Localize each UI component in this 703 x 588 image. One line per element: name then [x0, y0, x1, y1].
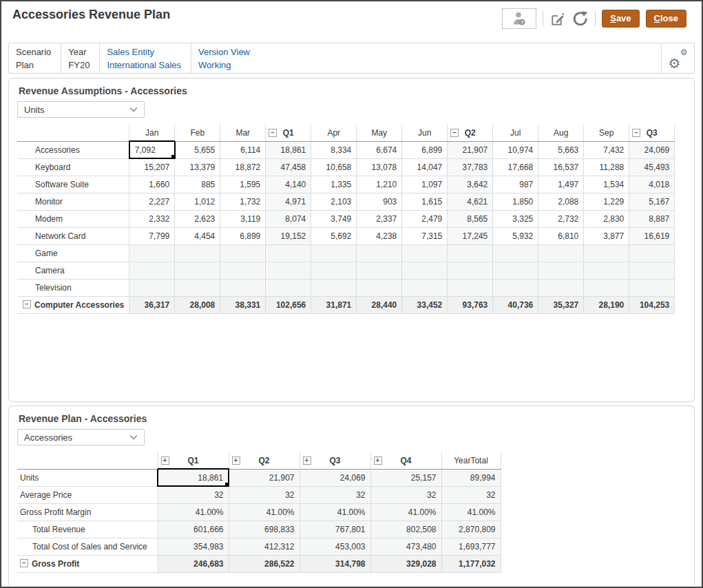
row-header-network-card[interactable]: Network Card [17, 227, 129, 244]
grid-cell[interactable] [311, 279, 357, 296]
grid-cell[interactable]: 903 [357, 193, 402, 210]
grid-cell[interactable]: 28,440 [357, 296, 402, 313]
grid-cell[interactable]: 2,227 [129, 193, 175, 210]
grid-cell[interactable] [175, 262, 220, 279]
grid-cell[interactable]: 32 [370, 486, 441, 503]
grid-cell[interactable] [493, 244, 538, 262]
row-header-total-cost-of-sales-and-service[interactable]: Total Cost of Sales and Service [17, 538, 158, 555]
grid-cell[interactable]: 32 [300, 486, 370, 503]
grid-cell[interactable]: 6,674 [357, 141, 402, 158]
grid-cell[interactable]: 1,012 [175, 193, 220, 210]
row-header-modem[interactable]: Modem [17, 210, 129, 227]
grid-cell[interactable]: 3,877 [584, 227, 629, 244]
grid-cell[interactable] [538, 244, 584, 262]
grid-cell[interactable]: 24,069 [629, 141, 675, 158]
grid-cell[interactable] [448, 244, 493, 262]
grid-cell[interactable] [629, 279, 675, 296]
grid-cell[interactable]: 36,317 [129, 296, 175, 313]
grid-cell[interactable] [448, 279, 493, 296]
grid-cell[interactable]: 6,899 [402, 141, 448, 158]
grid-cell[interactable]: 7,315 [402, 227, 448, 244]
measure-dropdown[interactable]: Units [17, 101, 145, 118]
grid-cell[interactable]: 11,288 [584, 158, 629, 176]
grid-cell[interactable]: 1,850 [493, 193, 538, 210]
product-dropdown[interactable]: Accessories [17, 429, 145, 445]
pov-version-view[interactable]: Version View Working [191, 43, 260, 73]
expand-icon[interactable]: + [374, 456, 382, 465]
grid-cell[interactable]: 2,830 [584, 210, 629, 227]
grid-cell[interactable]: 4,140 [266, 176, 311, 193]
row-header-gross-profit-margin[interactable]: Gross Profit Margin [17, 503, 158, 521]
grid-cell[interactable]: 89,994 [441, 469, 501, 486]
column-header-q3[interactable]: −Q3 [629, 125, 675, 141]
grid-cell[interactable]: 473,480 [370, 538, 441, 555]
row-header-units[interactable]: Units [17, 469, 158, 486]
grid-cell[interactable]: 2,088 [538, 193, 584, 210]
grid-cell[interactable] [402, 244, 448, 262]
grid-cell[interactable]: 3,325 [493, 210, 538, 227]
grid-cell[interactable]: 1,660 [129, 176, 175, 193]
column-header-mar[interactable]: Mar [220, 125, 266, 141]
grid-cell[interactable]: 6,810 [538, 227, 584, 244]
grid-cell[interactable]: 16,537 [538, 158, 584, 176]
grid-cell[interactable] [493, 279, 538, 296]
grid-cell[interactable]: 15,207 [129, 158, 175, 176]
expand-icon[interactable]: + [232, 456, 240, 465]
grid-cell[interactable]: 41.00% [158, 503, 229, 521]
grid-cell[interactable]: 10,974 [493, 141, 538, 158]
grid-cell[interactable]: 7,092 [129, 141, 175, 158]
grid-cell[interactable]: 2,623 [175, 210, 220, 227]
grid-cell[interactable]: 7,799 [129, 227, 175, 244]
grid-cell[interactable]: 4,621 [448, 193, 493, 210]
grid-cell[interactable]: 38,331 [220, 296, 266, 313]
grid-cell[interactable]: 1,177,032 [441, 555, 501, 572]
grid-cell[interactable]: 453,003 [300, 538, 370, 555]
row-header-game[interactable]: Game [17, 244, 129, 262]
grid-cell[interactable] [538, 279, 584, 296]
row-header-computer-accessories[interactable]: −Computer Accessories [17, 296, 129, 313]
grid-cell[interactable] [402, 279, 448, 296]
grid-cell[interactable]: 32 [158, 486, 229, 503]
grid-cell[interactable] [220, 262, 266, 279]
grid-cell[interactable] [311, 244, 357, 262]
expand-icon[interactable]: + [161, 456, 169, 465]
row-header-camera[interactable]: Camera [17, 262, 129, 279]
refresh-button[interactable] [571, 10, 589, 28]
grid-cell[interactable]: 1,210 [357, 176, 402, 193]
grid-cell[interactable]: 28,190 [584, 296, 629, 313]
grid-cell[interactable]: 19,152 [266, 227, 311, 244]
grid-cell[interactable]: 3,119 [220, 210, 266, 227]
grid-cell[interactable] [584, 262, 629, 279]
edit-button[interactable] [549, 11, 565, 27]
row-header-software-suite[interactable]: Software Suite [17, 176, 129, 193]
grid-cell[interactable]: 10,658 [311, 158, 357, 176]
row-header-total-revenue[interactable]: Total Revenue [17, 521, 158, 538]
grid-cell[interactable] [538, 262, 584, 279]
grid-cell[interactable] [629, 244, 675, 262]
grid-cell[interactable]: 1,497 [538, 176, 584, 193]
grid-cell[interactable] [448, 262, 493, 279]
grid-cell[interactable]: 314,798 [300, 555, 370, 572]
grid-cell[interactable]: 93,763 [448, 296, 493, 313]
grid-cell[interactable]: 1,732 [220, 193, 266, 210]
grid-cell[interactable]: 47,458 [266, 158, 311, 176]
grid-cell[interactable]: 40,736 [493, 296, 538, 313]
column-header-q1[interactable]: +Q1 [158, 452, 229, 469]
grid-cell[interactable]: 17,245 [448, 227, 493, 244]
pov-value-link[interactable]: International Sales [107, 60, 181, 70]
grid-cell[interactable] [220, 279, 266, 296]
grid-cell[interactable]: 4,971 [266, 193, 311, 210]
grid-cell[interactable]: 18,872 [220, 158, 266, 176]
grid-cell[interactable]: 31,871 [311, 296, 357, 313]
grid-cell[interactable]: 6,114 [220, 141, 266, 158]
grid-cell[interactable] [220, 244, 266, 262]
grid-cell[interactable]: 35,327 [538, 296, 584, 313]
grid-cell[interactable]: 13,379 [175, 158, 220, 176]
grid-cell[interactable]: 8,334 [311, 141, 357, 158]
grid-cell[interactable]: 17,668 [493, 158, 538, 176]
collapse-icon[interactable]: − [23, 300, 31, 308]
row-header-accessories[interactable]: Accessories [17, 141, 129, 158]
close-button[interactable]: Close [646, 10, 686, 28]
grid-cell[interactable]: 45,493 [629, 158, 675, 176]
grid-cell[interactable]: 41.00% [229, 503, 300, 521]
